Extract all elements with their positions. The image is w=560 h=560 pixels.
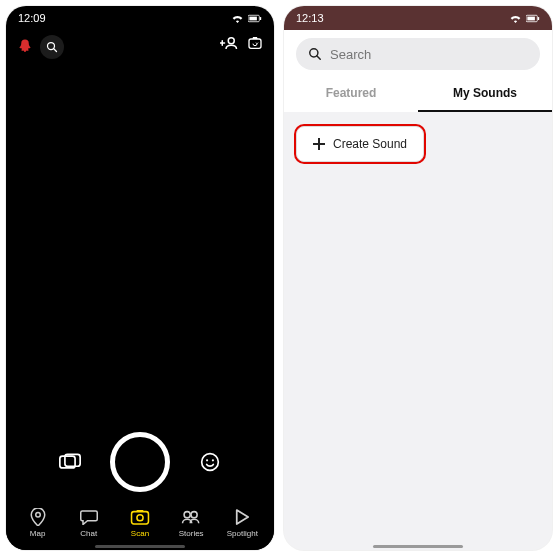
shutter-row <box>6 432 274 492</box>
memories-button[interactable] <box>58 450 82 474</box>
nav-map[interactable]: Map <box>15 507 61 538</box>
svg-point-16 <box>212 459 214 461</box>
status-time: 12:09 <box>18 12 46 24</box>
shutter-button[interactable] <box>110 432 170 492</box>
search-placeholder: Search <box>330 47 371 62</box>
svg-point-20 <box>191 511 197 517</box>
status-bar: 12:13 <box>284 6 552 30</box>
svg-rect-6 <box>249 39 261 48</box>
svg-point-19 <box>184 511 190 517</box>
tab-label: Featured <box>326 86 377 100</box>
flip-camera-icon <box>247 35 263 51</box>
status-icons <box>231 13 262 23</box>
status-icons <box>509 13 540 23</box>
search-icon <box>46 41 58 53</box>
create-sound-label: Create Sound <box>333 137 407 151</box>
scan-icon <box>130 508 150 526</box>
chat-icon <box>80 509 98 525</box>
play-icon <box>235 509 249 525</box>
top-bar <box>6 30 274 64</box>
top-right-icons <box>218 32 266 54</box>
bottom-nav: Map Chat Scan Stories Spotlight <box>6 498 274 550</box>
smiley-icon <box>200 452 220 472</box>
svg-line-4 <box>54 49 57 52</box>
svg-rect-2 <box>260 16 261 19</box>
svg-line-25 <box>317 56 321 60</box>
search-wrap: Search <box>284 30 552 76</box>
svg-rect-22 <box>527 16 535 20</box>
snapchat-camera-screen: 12:09 + <box>6 6 274 550</box>
home-indicator[interactable] <box>373 545 463 548</box>
camera-viewfinder[interactable] <box>6 64 274 460</box>
svg-rect-17 <box>132 511 149 523</box>
tab-featured[interactable]: Featured <box>284 76 418 112</box>
svg-point-5 <box>228 38 234 44</box>
memories-icon <box>59 453 81 471</box>
add-friends-button[interactable] <box>218 32 240 54</box>
map-pin-icon <box>30 508 46 526</box>
flip-camera-button[interactable] <box>244 32 266 54</box>
add-friend-icon <box>220 36 238 50</box>
nav-spotlight[interactable]: Spotlight <box>219 507 265 538</box>
create-sound-button[interactable]: Create Sound <box>296 126 424 162</box>
nav-label: Stories <box>179 529 204 538</box>
nav-stories[interactable]: Stories <box>168 507 214 538</box>
nav-label: Map <box>30 529 46 538</box>
battery-icon <box>248 14 262 23</box>
nav-label: Chat <box>80 529 97 538</box>
svg-point-14 <box>202 454 219 471</box>
status-time: 12:13 <box>296 12 324 24</box>
sounds-tabs: Featured My Sounds <box>284 76 552 112</box>
sounds-screen: 12:13 Search Featured My Sounds Create S… <box>284 6 552 550</box>
svg-point-15 <box>206 459 208 461</box>
stories-icon <box>181 509 201 525</box>
search-button[interactable] <box>40 35 64 59</box>
battery-icon <box>526 14 540 23</box>
lenses-button[interactable] <box>198 450 222 474</box>
search-icon <box>308 47 322 61</box>
tab-label: My Sounds <box>453 86 517 100</box>
svg-rect-1 <box>249 16 257 20</box>
home-indicator[interactable] <box>95 545 185 548</box>
profile-avatar[interactable] <box>16 38 34 56</box>
nav-label: Scan <box>131 529 149 538</box>
my-sounds-content: Create Sound <box>284 112 552 546</box>
plus-icon <box>313 138 325 150</box>
svg-rect-23 <box>538 16 539 19</box>
nav-scan[interactable]: Scan <box>117 507 163 538</box>
search-input[interactable]: Search <box>296 38 540 70</box>
wifi-icon <box>231 13 244 23</box>
nav-label: Spotlight <box>227 529 258 538</box>
status-bar: 12:09 <box>6 6 274 30</box>
svg-point-18 <box>137 514 143 520</box>
wifi-icon <box>509 13 522 23</box>
nav-chat[interactable]: Chat <box>66 507 112 538</box>
tab-my-sounds[interactable]: My Sounds <box>418 76 552 112</box>
